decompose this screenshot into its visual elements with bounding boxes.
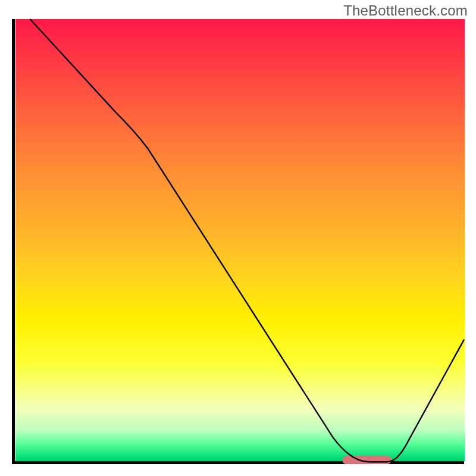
chart-frame: TheBottleneck.com [0, 0, 476, 476]
bottleneck-curve [12, 19, 464, 464]
curve-path [30, 19, 464, 462]
watermark-text: TheBottleneck.com [343, 2, 468, 19]
plot-area [12, 19, 464, 464]
